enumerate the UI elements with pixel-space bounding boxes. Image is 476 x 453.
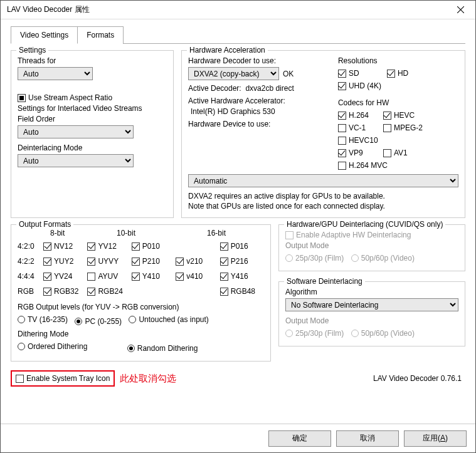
format-y410-checkbox[interactable]: Y410 xyxy=(132,272,176,281)
res-sd-checkbox[interactable]: SD xyxy=(338,69,382,78)
hw-note: DXVA2 requires an active display for GPU… xyxy=(188,191,458,211)
hw-deint-video-radio: 50p/60p (Video) xyxy=(351,254,415,263)
threads-label: Threads for xyxy=(18,56,167,65)
sw-deint-legend: Software Deinterlacing xyxy=(284,277,365,286)
active-accel-value: Intel(R) HD Graphics 530 xyxy=(191,107,327,116)
format-rgb32-checkbox[interactable]: RGB32 xyxy=(43,287,87,296)
output-legend: Output Formats xyxy=(16,220,73,229)
codec-vp9-checkbox[interactable]: VP9 xyxy=(338,148,383,157)
codec-h264mvc-checkbox[interactable]: H.264 MVC xyxy=(338,161,392,170)
rgb-levels-radios: TV (16-235) PC (0-255) Untouched (as inp… xyxy=(18,313,264,328)
checkbox-icon xyxy=(338,162,346,170)
dither-radios: Ordered Dithering Random Dithering xyxy=(18,340,264,355)
radio-icon xyxy=(285,254,293,262)
tray-icon-checkbox[interactable]: Enable System Tray Icon xyxy=(16,374,110,383)
codec-vc1-checkbox[interactable]: VC-1 xyxy=(338,123,383,132)
output-formats-group: Output Formats 8-bit 10-bit 16-bit 4:2:0… xyxy=(11,224,271,362)
rgb-pc-radio[interactable]: PC (0-255) xyxy=(75,317,122,326)
format-row: 4:2:0NV12YV12P010P016 xyxy=(18,240,264,253)
codec-hevc10-checkbox[interactable]: HEVC10 xyxy=(338,136,383,145)
checkbox-icon xyxy=(43,273,51,281)
apply-button[interactable]: 应用(A) xyxy=(404,430,467,447)
codec-hevc-checkbox[interactable]: HEVC xyxy=(383,111,428,120)
sw-algo-select[interactable]: No Software Deinterlacing xyxy=(285,298,458,311)
active-accel-label: Active Hardware Accelerator: xyxy=(188,96,327,105)
checkbox-icon xyxy=(18,94,26,102)
format-p210-checkbox[interactable]: P210 xyxy=(132,257,176,266)
dither-random-radio[interactable]: Random Dithering xyxy=(127,344,198,353)
close-button[interactable] xyxy=(448,1,473,19)
format-v410-checkbox[interactable]: v410 xyxy=(176,272,219,281)
hw-device-select[interactable]: Automatic xyxy=(188,174,458,187)
hw-deint-output-label: Output Mode xyxy=(285,241,458,250)
radio-icon xyxy=(285,330,293,337)
stream-aspect-checkbox[interactable]: Use Stream Aspect Ratio xyxy=(18,93,167,102)
checkbox-icon xyxy=(87,273,95,281)
radio-icon xyxy=(75,318,82,325)
checkbox-icon xyxy=(383,149,391,157)
checkbox-icon xyxy=(338,149,346,157)
checkbox-icon xyxy=(383,124,391,132)
threads-select[interactable]: Auto xyxy=(18,67,93,80)
format-row: 4:2:2YUY2UYVYP210v210P216 xyxy=(18,255,264,268)
format-yuy2-checkbox[interactable]: YUY2 xyxy=(43,257,87,266)
checkbox-icon xyxy=(16,375,24,383)
format-v210-checkbox[interactable]: v210 xyxy=(176,257,219,266)
sw-deint-group: Software Deinterlacing Algorithm No Soft… xyxy=(278,281,465,346)
titlebar: LAV Video Decoder 属性 xyxy=(1,1,475,19)
checkbox-icon xyxy=(220,288,228,296)
rgb-tv-radio[interactable]: TV (16-235) xyxy=(18,315,68,324)
tab-formats[interactable]: Formats xyxy=(77,26,124,44)
radio-icon xyxy=(129,316,136,323)
checkbox-icon xyxy=(87,242,95,251)
checkbox-icon xyxy=(338,137,346,145)
codec-mpeg2-checkbox[interactable]: MPEG-2 xyxy=(383,123,428,132)
radio-icon xyxy=(351,330,359,337)
format-p010-checkbox[interactable]: P010 xyxy=(132,242,176,251)
checkbox-icon xyxy=(338,112,346,120)
hw-deint-legend: Hardware/GPU Deinterlacing (CUVID/QS onl… xyxy=(284,220,445,229)
hw-deint-group: Hardware/GPU Deinterlacing (CUVID/QS onl… xyxy=(278,224,465,271)
format-yv12-checkbox[interactable]: YV12 xyxy=(87,242,131,251)
format-rgb48-checkbox[interactable]: RGB48 xyxy=(220,287,264,296)
codec-av1-checkbox[interactable]: AV1 xyxy=(383,148,428,157)
rgb-untouched-radio[interactable]: Untouched (as input) xyxy=(129,315,208,324)
format-yv24-checkbox[interactable]: YV24 xyxy=(43,272,87,281)
res-hd-checkbox[interactable]: HD xyxy=(387,69,431,78)
checkbox-icon xyxy=(43,258,51,266)
format-uyvy-checkbox[interactable]: UYVY xyxy=(87,257,131,266)
codec-h264-checkbox[interactable]: H.264 xyxy=(338,111,383,120)
radio-icon xyxy=(127,345,135,352)
res-uhd-checkbox[interactable]: UHD (4K) xyxy=(338,81,381,90)
hw-accel-group: Hardware Acceleration Hardware Decoder t… xyxy=(181,50,465,218)
format-row: 4:4:4YV24AYUVY410v410Y416 xyxy=(18,270,264,283)
checkbox-icon xyxy=(338,124,346,132)
field-order-label: Field Order xyxy=(18,115,167,123)
format-p216-checkbox[interactable]: P216 xyxy=(220,257,264,266)
checkbox-icon xyxy=(176,258,184,266)
close-icon xyxy=(457,6,464,13)
dither-ordered-radio[interactable]: Ordered Dithering xyxy=(18,342,87,351)
ok-button[interactable]: 确定 xyxy=(268,430,331,447)
settings-legend: Settings xyxy=(16,46,48,55)
cancel-button[interactable]: 取消 xyxy=(336,430,399,447)
hw-decoder-select[interactable]: DXVA2 (copy-back) xyxy=(188,67,279,80)
sw-deint-video-radio: 50p/60p (Video) xyxy=(351,329,415,338)
active-decoder-label: Active Decoder: xyxy=(188,84,241,93)
tab-bar: Video Settings Formats xyxy=(11,26,465,44)
checkbox-icon xyxy=(338,70,346,78)
format-y416-checkbox[interactable]: Y416 xyxy=(220,272,264,281)
field-order-select[interactable]: Auto xyxy=(18,125,134,138)
deint-mode-select[interactable]: Auto xyxy=(18,154,134,167)
format-p016-checkbox[interactable]: P016 xyxy=(220,242,264,251)
interlaced-header: Settings for Interlaced Video Streams xyxy=(18,104,167,113)
format-rgb24-checkbox[interactable]: RGB24 xyxy=(87,287,131,296)
checkbox-icon xyxy=(132,258,140,266)
checkbox-icon xyxy=(285,231,294,239)
format-ayuv-checkbox[interactable]: AYUV xyxy=(87,272,131,281)
radio-icon xyxy=(18,343,25,350)
tray-icon-highlight: Enable System Tray Icon xyxy=(11,370,115,387)
tab-video-settings[interactable]: Video Settings xyxy=(11,26,78,44)
hw-legend: Hardware Acceleration xyxy=(187,46,268,55)
format-nv12-checkbox[interactable]: NV12 xyxy=(43,242,87,251)
